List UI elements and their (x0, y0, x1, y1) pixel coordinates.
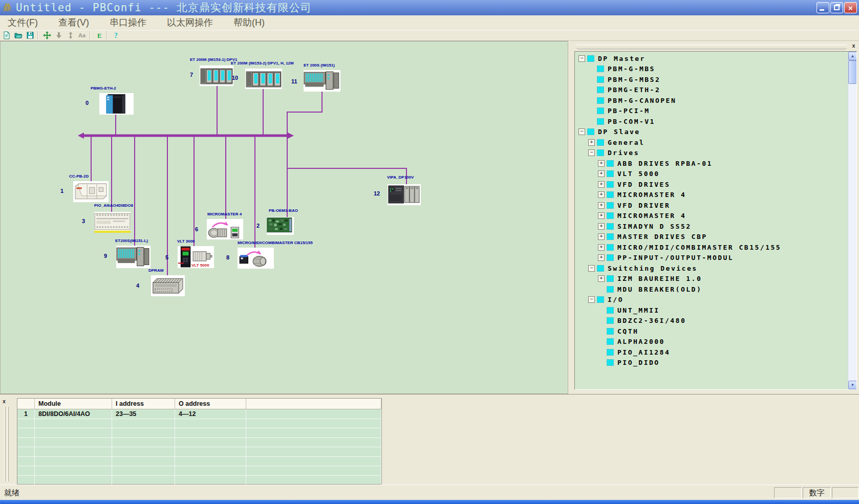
tree-item-master-drives-cbp[interactable]: +MASTER DRIVES CBP (578, 232, 847, 243)
device-node-6[interactable] (207, 219, 243, 239)
table-row-empty[interactable] (17, 457, 381, 467)
new-button[interactable] (1, 31, 12, 40)
device-node-4[interactable] (151, 275, 185, 296)
expand-icon[interactable]: + (598, 244, 605, 251)
tree-item-unt-mmii[interactable]: UNT_MMII (578, 305, 847, 316)
device-node-5[interactable]: VLT 5000 (178, 246, 214, 268)
help-button[interactable]: ? (111, 31, 121, 40)
collapse-icon[interactable]: − (578, 128, 585, 135)
table-row-empty[interactable] (17, 419, 381, 429)
tree-item-pbmg-eth-2[interactable]: PBMG-ETH-2 (578, 85, 847, 96)
device-node-0[interactable] (99, 93, 134, 115)
device-node-10[interactable] (245, 69, 282, 89)
device-node-11[interactable] (304, 70, 340, 92)
tree-item-pp-input-output-modul[interactable]: +PP-INPUT-/OUTPUT-MODUL (578, 253, 847, 264)
column-header-O address[interactable]: O address (175, 399, 246, 409)
device-node-12[interactable] (388, 184, 421, 205)
tree-item-micro-midi-combimaster-cb15-155[interactable]: +MICRO/MIDI/COMBIMASTER CB15/155 (578, 242, 847, 253)
table-row-empty[interactable] (17, 447, 381, 457)
device-node-3[interactable] (94, 212, 131, 233)
expand-icon[interactable]: + (598, 254, 605, 261)
tree-item-micromaster-4[interactable]: +MICROMASTER 4 (578, 211, 847, 222)
tree-item-izm-baureihe-1-0[interactable]: +IZM BAUREIHE 1.0 (578, 274, 847, 284)
titlebar[interactable]: 鼎 Untitled - PBConfi --- 北京鼎实创新科技有限公司 × (0, 0, 859, 15)
close-button[interactable]: × (844, 2, 857, 13)
expand-icon[interactable]: + (588, 139, 595, 146)
scroll-thumb[interactable] (848, 60, 857, 84)
column-header-Module[interactable]: Module (35, 399, 112, 409)
move-button[interactable] (41, 31, 52, 40)
tree-item-pbm-g-mbs2[interactable]: PBM-G-MBS2 (578, 74, 847, 85)
expand-icon[interactable]: + (598, 233, 605, 240)
address-view-button[interactable]: E (94, 31, 104, 40)
menu-item-2[interactable]: 串口操作 (102, 16, 154, 29)
collapse-icon[interactable]: − (588, 296, 595, 303)
panel-grip[interactable] (576, 45, 847, 49)
tree-item-micromaster-4[interactable]: +MICROMASTER 4 (578, 190, 847, 201)
menu-item-0[interactable]: 文件(F) (0, 16, 46, 29)
expand-icon[interactable]: + (598, 160, 605, 167)
expand-icon[interactable]: + (598, 202, 605, 209)
tree-item-pbm-g-mbs[interactable]: PBM-G-MBS (578, 64, 847, 75)
menu-item-4[interactable]: 帮助(H) (226, 16, 272, 29)
column-header-blank[interactable] (246, 399, 381, 409)
column-header-I address[interactable]: I address (112, 399, 175, 409)
tree-item-drives[interactable]: −Drives (578, 148, 847, 159)
scroll-up-button[interactable]: ▲ (848, 52, 857, 60)
expand-icon[interactable]: + (598, 223, 605, 230)
expand-icon[interactable]: + (598, 181, 605, 188)
minimize-button[interactable] (817, 2, 829, 13)
tree-item-vfd-driver[interactable]: +VFD DRIVER (578, 200, 847, 211)
restore-button[interactable] (830, 2, 843, 13)
table-row-empty[interactable] (17, 438, 381, 448)
tree-item-dp-slave[interactable]: −DP Slave (578, 127, 847, 138)
table-row[interactable]: 18DI/8DO/6AI/4AO23—354—12 (17, 409, 381, 419)
upload-download-button[interactable] (65, 31, 76, 40)
menu-item-3[interactable]: 以太网操作 (159, 16, 221, 29)
device-node-9[interactable] (116, 246, 151, 268)
tree-item-pio-dido[interactable]: PIO_DIDO (578, 358, 847, 368)
column-header-blank[interactable] (17, 399, 35, 409)
device-node-1[interactable] (73, 181, 109, 202)
tree-item-bdzc2-36i-480[interactable]: BDZC2-36I/480 (578, 316, 847, 326)
tree-item-mdu-breaker-old-[interactable]: MDU BREAKER(OLD) (578, 284, 847, 295)
diagram-canvas[interactable]: PBMG-ETH-20ET 200M (IM153-1) DPV17ET 200… (0, 41, 568, 394)
table-row-empty[interactable] (17, 476, 381, 486)
tree-item-simadyn-d-ss52[interactable]: +SIMADYN D SS52 (578, 221, 847, 232)
table-row-empty[interactable] (17, 466, 381, 476)
font-button[interactable]: Aa (77, 31, 88, 40)
tree-item-general[interactable]: +General (578, 137, 847, 148)
tree-item-cqth[interactable]: CQTH (578, 326, 847, 337)
collapse-icon[interactable]: − (588, 149, 595, 156)
device-node-2[interactable] (267, 217, 294, 235)
menu-item-1[interactable]: 查看(V) (51, 16, 97, 29)
collapse-icon[interactable]: − (588, 265, 595, 272)
expand-icon[interactable]: + (598, 191, 605, 198)
open-button[interactable] (13, 31, 24, 40)
download-button[interactable] (53, 31, 64, 40)
scroll-down-button[interactable]: ▼ (848, 381, 857, 389)
table-panel-close-button[interactable]: x (1, 399, 7, 405)
expand-icon[interactable]: + (598, 170, 605, 177)
tree-item-abb-drives-rpba-01[interactable]: +ABB DRIVES RPBA-01 (578, 158, 847, 169)
tree-item-pbm-g-canopen[interactable]: PBM-G-CANOPEN (578, 95, 847, 106)
tree-item-vlt-5000[interactable]: +VLT 5000 (578, 169, 847, 180)
tree-item-dp-master[interactable]: −DP Master (578, 53, 847, 64)
tree-item-i-o[interactable]: −I/O (578, 295, 847, 305)
device-node-7[interactable] (200, 65, 233, 86)
tree-item-switching-devices[interactable]: −Switching Devices (578, 263, 847, 274)
tree-item-pb-com-v1[interactable]: PB-COM-V1 (578, 116, 847, 127)
expand-icon[interactable]: + (598, 212, 605, 219)
device-node-8[interactable] (238, 248, 274, 269)
tree-item-vfd-drives[interactable]: +VFD DRIVES (578, 179, 847, 190)
expand-icon[interactable]: + (598, 275, 605, 282)
tree-item-pb-pci-m[interactable]: PB-PCI-M (578, 106, 847, 117)
tree-item-pio-ai1284[interactable]: PIO_AI1284 (578, 347, 847, 358)
tree-panel-close-button[interactable]: x (850, 42, 857, 49)
tree-scrollbar[interactable]: ▲ ▼ (848, 52, 856, 389)
save-button[interactable] (25, 31, 35, 40)
collapse-icon[interactable]: − (578, 55, 585, 62)
table-panel-grip[interactable] (4, 407, 6, 481)
tree-item-alpha2000[interactable]: ALPHA2000 (578, 337, 847, 347)
table-row-empty[interactable] (17, 428, 381, 438)
